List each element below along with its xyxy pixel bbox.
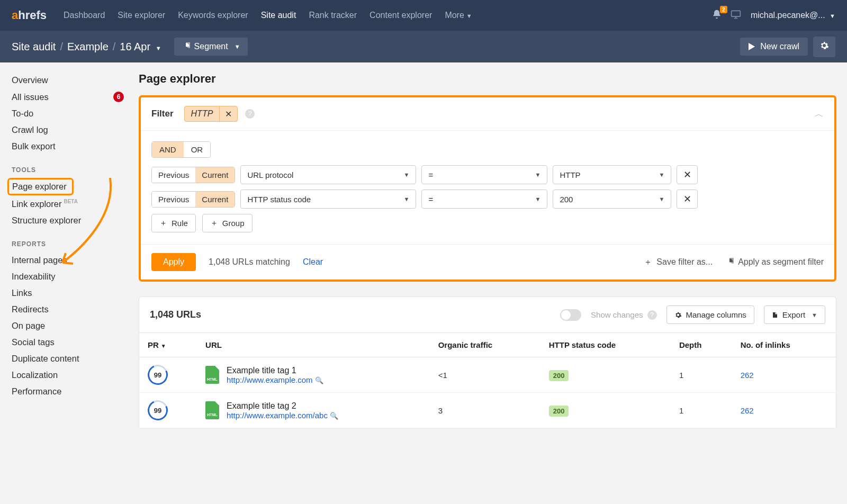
inlinks-link[interactable]: 262 <box>741 406 754 415</box>
page-title-text: Example title tag 2 <box>227 401 338 411</box>
remove-rule-icon[interactable]: ✕ <box>677 190 698 209</box>
sidebar-item-localization[interactable]: Localization <box>12 367 131 383</box>
help-icon[interactable]: ? <box>245 109 255 119</box>
breadcrumb-bar: Site audit / Example / 16 Apr ▼ Segment▼… <box>0 31 847 62</box>
nav-keywords-explorer[interactable]: Keywords explorer <box>172 11 255 20</box>
inspect-icon[interactable]: 🔍 <box>315 376 323 384</box>
show-changes-label: Show changes? <box>591 310 656 320</box>
sidebar-item-redirects[interactable]: Redirects <box>12 301 131 318</box>
pr-score: 99 <box>145 362 171 388</box>
rule-operator-select[interactable]: =▼ <box>421 190 547 209</box>
crumb-project[interactable]: Example <box>67 41 113 53</box>
logo[interactable]: ahrefs <box>12 8 47 22</box>
matching-count: 1,048 URLs matching <box>209 257 290 267</box>
results-header: 1,048 URLs Show changes? Manage columns … <box>139 296 836 333</box>
nav-dashboard[interactable]: Dashboard <box>57 11 111 20</box>
manage-columns-button[interactable]: Manage columns <box>666 305 754 324</box>
sidebar-item-overview[interactable]: Overview <box>12 72 131 88</box>
filter-panel: Filter HTTP ✕ ? ︿ AND OR PreviousCurrent… <box>139 95 836 282</box>
inlinks-link[interactable]: 262 <box>741 371 754 380</box>
page-url-link[interactable]: http://www.example.com/abc <box>227 411 328 420</box>
sidebar-reports-header: REPORTS <box>12 229 131 252</box>
sidebar-item-structure-explorer[interactable]: Structure explorer <box>12 212 131 229</box>
filter-rule: PreviousCurrentHTTP status code▼=▼200▼✕ <box>151 190 824 209</box>
sidebar-tools-header: TOOLS <box>12 155 131 178</box>
remove-rule-icon[interactable]: ✕ <box>677 165 698 184</box>
nav-site-explorer[interactable]: Site explorer <box>111 11 172 20</box>
sidebar-item-performance[interactable]: Performance <box>12 383 131 400</box>
and-button[interactable]: AND <box>152 142 184 157</box>
sidebar-item-social-tags[interactable]: Social tags <box>12 334 131 350</box>
save-filter-button[interactable]: ＋Save filter as... <box>644 257 713 268</box>
sidebar: OverviewAll issues6To-doCrawl logBulk ex… <box>0 62 131 428</box>
sidebar-item-page-explorer[interactable]: Page explorer <box>7 178 74 195</box>
rule-value-select[interactable]: HTTP▼ <box>553 165 671 184</box>
rule-field-select[interactable]: HTTP status code▼ <box>240 190 416 209</box>
segment-button[interactable]: Segment▼ <box>174 38 248 56</box>
notifications-icon[interactable]: 2 <box>711 9 722 22</box>
sidebar-item-crawl-log[interactable]: Crawl log <box>12 122 131 138</box>
html-file-icon: HTML <box>205 366 219 384</box>
export-button[interactable]: Export▼ <box>764 305 825 324</box>
rule-operator-select[interactable]: =▼ <box>421 165 547 184</box>
sidebar-item-link-explorer[interactable]: Link explorerBETA <box>12 195 131 212</box>
add-group-button[interactable]: ＋Group <box>202 214 253 232</box>
table-row: 99HTMLExample title tag 1http://www.exam… <box>139 357 836 393</box>
page-title: Page explorer <box>139 72 836 86</box>
chip-remove-icon[interactable]: ✕ <box>220 107 237 121</box>
current-button[interactable]: Current <box>195 167 235 183</box>
show-changes-toggle[interactable] <box>560 309 581 321</box>
prev-current-toggle: PreviousCurrent <box>151 191 235 208</box>
settings-button[interactable] <box>813 37 835 57</box>
col-url[interactable]: URL <box>197 333 430 357</box>
url-count: 1,048 URLs <box>150 309 201 320</box>
col-pr[interactable]: PR▼ <box>139 333 197 357</box>
previous-button[interactable]: Previous <box>152 167 195 183</box>
col-organic-traffic[interactable]: Organic traffic <box>430 333 540 357</box>
current-button[interactable]: Current <box>195 192 235 207</box>
sidebar-item-duplicate-content[interactable]: Duplicate content <box>12 350 131 367</box>
filter-rule: PreviousCurrentURL protocol▼=▼HTTP▼✕ <box>151 165 824 184</box>
previous-button[interactable]: Previous <box>152 192 195 207</box>
collapse-icon[interactable]: ︿ <box>814 107 824 120</box>
notification-badge: 2 <box>720 6 727 13</box>
svg-rect-0 <box>732 11 741 16</box>
sidebar-item-to-do[interactable]: To-do <box>12 105 131 122</box>
display-icon[interactable] <box>731 10 741 21</box>
crumb-site-audit[interactable]: Site audit <box>12 41 60 53</box>
crumb-date[interactable]: 16 Apr ▼ <box>120 41 165 53</box>
nav-site-audit[interactable]: Site audit <box>255 11 303 20</box>
clear-link[interactable]: Clear <box>303 257 323 267</box>
add-rule-button[interactable]: ＋Rule <box>151 214 196 232</box>
new-crawl-button[interactable]: New crawl <box>740 38 808 56</box>
and-or-toggle: AND OR <box>151 141 211 158</box>
col-no-of-inlinks[interactable]: No. of inlinks <box>732 333 836 357</box>
html-file-icon: HTML <box>205 401 219 419</box>
nav-rank-tracker[interactable]: Rank tracker <box>302 11 363 20</box>
sidebar-item-indexability[interactable]: Indexability <box>12 268 131 285</box>
col-depth[interactable]: Depth <box>671 333 732 357</box>
sidebar-item-all-issues[interactable]: All issues6 <box>12 88 131 105</box>
filter-label: Filter <box>151 109 174 119</box>
apply-button[interactable]: Apply <box>151 253 196 271</box>
sidebar-item-on-page[interactable]: On page <box>12 318 131 334</box>
sidebar-item-internal-pages[interactable]: Internal pages <box>12 252 131 268</box>
user-menu[interactable]: michal.pecanek@... ▼ <box>751 11 835 20</box>
page-url-link[interactable]: http://www.example.com <box>227 375 313 384</box>
sidebar-item-links[interactable]: Links <box>12 285 131 301</box>
rule-value-select[interactable]: 200▼ <box>553 190 671 209</box>
or-button[interactable]: OR <box>184 142 211 157</box>
inspect-icon[interactable]: 🔍 <box>330 412 338 420</box>
results-table: PR▼URLOrganic trafficHTTP status codeDep… <box>139 333 836 428</box>
apply-segment-button[interactable]: Apply as segment filter <box>725 257 824 267</box>
col-http-status-code[interactable]: HTTP status code <box>540 333 671 357</box>
table-row: 99HTMLExample title tag 2http://www.exam… <box>139 393 836 428</box>
status-badge: 200 <box>549 406 569 417</box>
sidebar-item-bulk-export[interactable]: Bulk export <box>12 138 131 155</box>
help-icon[interactable]: ? <box>647 310 657 320</box>
prev-current-toggle: PreviousCurrent <box>151 167 235 183</box>
nav-content-explorer[interactable]: Content explorer <box>363 11 438 20</box>
rule-field-select[interactable]: URL protocol▼ <box>240 165 416 184</box>
page-title-text: Example title tag 1 <box>227 366 323 375</box>
nav-more[interactable]: More▼ <box>438 11 478 20</box>
